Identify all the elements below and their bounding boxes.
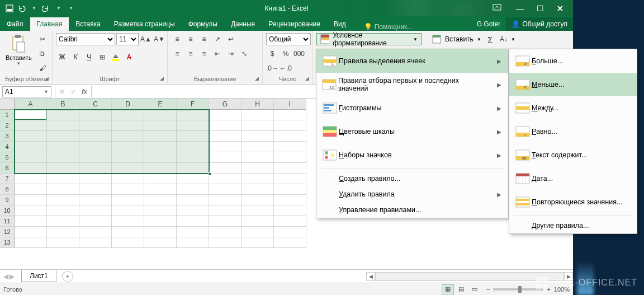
qat-customize-icon[interactable]: ▾ (66, 3, 76, 13)
cell[interactable] (79, 227, 112, 237)
row-header-4[interactable]: 4 (0, 142, 15, 152)
cell[interactable] (79, 152, 112, 163)
row-header-6[interactable]: 6 (0, 163, 15, 174)
menu-item-text[interactable]: abТекст содержит... (509, 143, 637, 167)
tab-view[interactable]: Вид (327, 17, 353, 31)
cell[interactable] (209, 131, 242, 142)
cell[interactable] (15, 227, 47, 237)
cell[interactable] (177, 142, 209, 152)
cell[interactable] (242, 227, 274, 237)
cell[interactable] (15, 205, 47, 216)
align-middle-button[interactable]: ≡ (184, 33, 197, 45)
cell[interactable] (112, 142, 144, 152)
cell[interactable] (274, 120, 306, 131)
insert-function-icon[interactable]: fx (79, 88, 90, 96)
cell[interactable] (112, 216, 144, 227)
menu-item-clear[interactable]: Удалить правила▶ (316, 186, 508, 202)
cell[interactable] (47, 142, 79, 152)
row-header-1[interactable]: 1 (0, 110, 15, 120)
cell[interactable] (15, 120, 47, 131)
cell[interactable] (47, 174, 79, 184)
cell[interactable] (79, 237, 112, 248)
cell[interactable] (177, 195, 209, 205)
cell[interactable] (274, 110, 306, 120)
row-header-9[interactable]: 9 (0, 195, 15, 205)
cell[interactable] (242, 216, 274, 227)
cell[interactable] (15, 184, 47, 195)
cell[interactable] (47, 163, 79, 174)
cell[interactable] (79, 131, 112, 142)
cell[interactable] (209, 184, 242, 195)
menu-item-iconsets[interactable]: Наборы значков▶ (316, 143, 508, 167)
cell[interactable] (242, 110, 274, 120)
cell[interactable] (209, 227, 242, 237)
number-format-combo[interactable]: Общий (266, 33, 311, 45)
menu-item-colorscales[interactable]: Цветовые шкалы▶ (316, 120, 508, 143)
conditional-formatting-button[interactable]: Условное форматирование ▼ (316, 33, 422, 45)
cut-button[interactable]: ✂ (36, 33, 49, 45)
cell[interactable] (177, 120, 209, 131)
cell[interactable] (144, 205, 177, 216)
cell[interactable] (242, 142, 274, 152)
column-header-E[interactable]: E (144, 99, 177, 110)
cell[interactable] (15, 237, 47, 248)
cell[interactable] (144, 131, 177, 142)
tab-page-layout[interactable]: Разметка страницы (107, 17, 182, 31)
cell[interactable] (242, 195, 274, 205)
bold-button[interactable]: Ж (56, 51, 68, 63)
column-header-F[interactable]: F (177, 99, 209, 110)
row-header-13[interactable]: 13 (0, 237, 15, 248)
menu-item-gt[interactable]: >Больше... (509, 49, 637, 73)
cell[interactable] (177, 163, 209, 174)
menu-item-new[interactable]: Создать правило... (316, 171, 508, 186)
cell[interactable] (177, 152, 209, 163)
cell[interactable] (47, 120, 79, 131)
save-icon[interactable] (4, 3, 15, 13)
select-all-corner[interactable] (0, 99, 15, 110)
redo-dropdown-icon[interactable]: ▼ (54, 3, 64, 13)
autosum-button[interactable]: Σ (484, 33, 496, 45)
cell[interactable] (79, 110, 112, 120)
menu-item-highlight[interactable]: EПравила выделения ячеек▶ (316, 49, 508, 73)
tab-data[interactable]: Данные (224, 17, 262, 31)
cell[interactable] (112, 174, 144, 184)
column-header-C[interactable]: C (79, 99, 112, 110)
cell[interactable] (209, 120, 242, 131)
tab-review[interactable]: Рецензирование (262, 17, 327, 31)
decrease-indent-button[interactable]: ⇤ (211, 48, 224, 60)
cell[interactable] (15, 152, 47, 163)
cell[interactable] (209, 163, 242, 174)
cell[interactable] (79, 216, 112, 227)
menu-item-dup[interactable]: Повторяющиеся значения... (509, 190, 637, 214)
fill-handle[interactable] (208, 172, 211, 176)
cell[interactable] (177, 184, 209, 195)
cell[interactable] (144, 216, 177, 227)
tab-home[interactable]: Главная (30, 17, 69, 31)
cell[interactable] (112, 163, 144, 174)
format-painter-button[interactable]: 🖌 (36, 62, 49, 74)
cell[interactable] (144, 237, 177, 248)
column-header-H[interactable]: H (242, 99, 274, 110)
row-header-5[interactable]: 5 (0, 152, 15, 163)
menu-item-date[interactable]: Дата... (509, 167, 637, 190)
name-box[interactable]: A1▼ (2, 86, 51, 97)
cell[interactable] (15, 216, 47, 227)
cell[interactable] (79, 205, 112, 216)
column-header-B[interactable]: B (47, 99, 79, 110)
cell[interactable] (112, 184, 144, 195)
cell[interactable] (112, 120, 144, 131)
cell[interactable] (274, 184, 306, 195)
cell[interactable] (144, 227, 177, 237)
tell-me[interactable]: 💡 Помощник... (364, 23, 413, 31)
cell[interactable] (15, 195, 47, 205)
clipboard-launcher-icon[interactable]: ◢ (43, 76, 50, 82)
menu-item-eq[interactable]: =Равно... (509, 120, 637, 143)
cell[interactable] (79, 120, 112, 131)
cell[interactable] (47, 216, 79, 227)
tab-formulas[interactable]: Формулы (182, 17, 224, 31)
cell[interactable] (112, 131, 144, 142)
cell[interactable] (209, 174, 242, 184)
zoom-out-icon[interactable]: − (486, 286, 490, 293)
view-normal-button[interactable]: ▦ (442, 284, 454, 294)
cell[interactable] (177, 131, 209, 142)
